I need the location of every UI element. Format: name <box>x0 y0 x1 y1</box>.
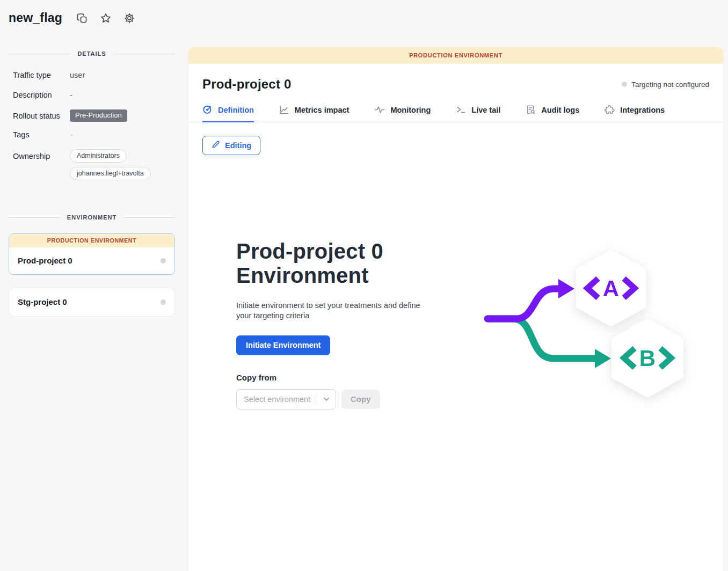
tab-monitoring[interactable]: Monitoring <box>374 105 431 122</box>
description-value: - <box>70 90 72 100</box>
environment-title: Prod-project 0 <box>202 77 292 92</box>
gear-icon <box>123 12 135 24</box>
detail-row-traffic-type: Traffic type user <box>9 70 175 80</box>
production-environment-banner: PRODUCTION ENVIRONMENT <box>9 234 174 247</box>
description-label: Description <box>9 90 70 100</box>
traffic-type-value: user <box>70 70 85 80</box>
copy-name-button[interactable] <box>75 11 89 25</box>
targeting-status: Targeting not configured <box>622 80 709 89</box>
targeting-status-dot <box>622 82 627 87</box>
tab-label: Integrations <box>620 106 665 114</box>
main-panel: PRODUCTION ENVIRONMENT Prod-project 0 Ta… <box>188 47 723 571</box>
environment-heading: ENVIRONMENT <box>67 214 117 221</box>
divider <box>114 54 175 54</box>
environment-status-dot <box>161 299 166 305</box>
copy-button[interactable]: Copy <box>341 390 380 409</box>
divider <box>124 217 175 218</box>
ownership-label: Ownership <box>9 149 70 162</box>
divider <box>9 54 70 54</box>
pulse-icon <box>374 105 385 115</box>
owner-pill[interactable]: johannes.liegl+travolta <box>70 167 151 180</box>
variant-b-label: B <box>639 346 656 371</box>
editing-label: Editing <box>225 141 251 150</box>
detail-row-rollout-status: Rollout status Pre-Production <box>9 109 175 122</box>
environment-card-name: Stg-project 0 <box>18 297 67 306</box>
empty-state-description: Initiate environment to set your treatme… <box>236 301 429 321</box>
target-icon <box>202 105 213 115</box>
empty-state-title: Prod-project 0 Environment <box>236 239 451 288</box>
details-list: Traffic type user Description - Rollout … <box>9 70 175 189</box>
divider <box>9 217 60 218</box>
pencil-icon <box>212 140 220 150</box>
environment-card-stg[interactable]: Stg-project 0 <box>9 288 175 317</box>
tab-definition[interactable]: Definition <box>202 105 254 122</box>
tab-integrations[interactable]: Integrations <box>605 105 665 122</box>
editing-button[interactable]: Editing <box>202 136 260 155</box>
tags-label: Tags <box>9 129 70 140</box>
top-bar: new_flag <box>0 0 728 47</box>
detail-row-description: Description - <box>9 90 175 100</box>
sidebar: DETAILS Traffic type user Description - … <box>0 47 188 317</box>
audit-log-icon <box>526 105 536 115</box>
tab-live-tail[interactable]: Live tail <box>456 105 500 122</box>
terminal-icon <box>456 105 466 115</box>
initiate-environment-button[interactable]: Initiate Environment <box>236 335 330 355</box>
variant-a-hexagon: A <box>576 250 646 327</box>
production-environment-banner: PRODUCTION ENVIRONMENT <box>188 47 723 64</box>
puzzle-icon <box>605 105 615 115</box>
tab-label: Metrics impact <box>295 106 350 114</box>
tab-label: Definition <box>218 106 254 114</box>
variant-b-hexagon: B <box>611 318 683 398</box>
tab-label: Audit logs <box>541 106 579 114</box>
tab-bar: Definition Metrics impact Monitoring <box>188 105 723 122</box>
flag-title: new_flag <box>9 11 62 25</box>
rollout-status-badge: Pre-Production <box>70 109 127 122</box>
ab-split-illustration: A B <box>476 242 701 411</box>
star-icon <box>100 12 112 24</box>
favorite-button[interactable] <box>99 11 113 25</box>
details-section-header: DETAILS <box>9 50 175 57</box>
environment-card-prod[interactable]: PRODUCTION ENVIRONMENT Prod-project 0 <box>9 233 175 275</box>
environment-status-dot <box>161 258 166 263</box>
tab-metrics-impact[interactable]: Metrics impact <box>279 105 350 122</box>
environment-empty-state: Prod-project 0 Environment Initiate envi… <box>202 239 709 411</box>
traffic-type-label: Traffic type <box>9 70 70 80</box>
environment-card-name: Prod-project 0 <box>18 256 72 265</box>
environment-select[interactable]: Select environment <box>236 389 336 409</box>
tab-audit-logs[interactable]: Audit logs <box>526 105 579 122</box>
targeting-status-label: Targeting not configured <box>631 80 709 89</box>
tab-label: Monitoring <box>390 106 431 114</box>
copy-icon <box>76 12 88 24</box>
line-chart-icon <box>279 105 289 115</box>
chevron-down-icon <box>317 396 336 403</box>
tab-label: Live tail <box>471 106 500 114</box>
settings-button[interactable] <box>122 11 136 25</box>
details-heading: DETAILS <box>77 50 106 57</box>
rollout-status-label: Rollout status <box>9 109 70 121</box>
tags-value: - <box>70 129 72 140</box>
variant-a-label: A <box>603 276 619 301</box>
environment-section-header: ENVIRONMENT <box>9 214 175 221</box>
copy-from-label: Copy from <box>236 373 451 382</box>
detail-row-tags: Tags - <box>9 129 175 140</box>
detail-row-ownership: Ownership Administrators johannes.liegl+… <box>9 149 175 180</box>
owner-pills: Administrators johannes.liegl+travolta <box>70 149 151 180</box>
owner-pill[interactable]: Administrators <box>70 149 127 163</box>
select-placeholder: Select environment <box>237 395 317 404</box>
